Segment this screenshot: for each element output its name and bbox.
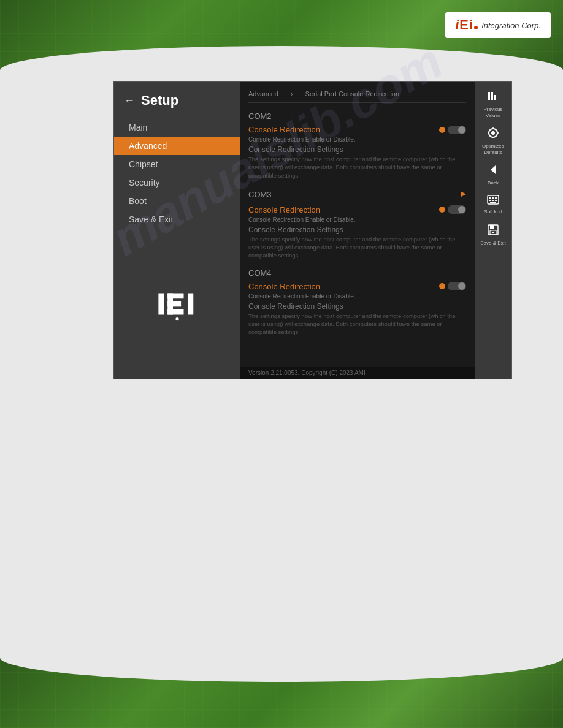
- com4-redir-settings-desc: The settings specify how the host comput…: [248, 312, 466, 336]
- com3-console-redirection-row: Console Redirection: [248, 203, 466, 216]
- back-label: Back: [488, 180, 499, 186]
- com3-arrow-icon: ▶: [461, 189, 466, 198]
- com4-console-desc: Console Redirection Enable or Disable.: [248, 293, 466, 300]
- com3-header: COM3: [248, 186, 272, 202]
- com3-console-desc: Console Redirection Enable or Disable.: [248, 216, 466, 223]
- breadcrumb: Advanced › Serial Port Console Redirecti…: [248, 88, 466, 103]
- com2-toggle-dot: [439, 127, 445, 133]
- svg-point-6: [175, 317, 178, 320]
- soft-kbd-button[interactable]: Soft kbd: [477, 191, 509, 219]
- back-arrow-icon[interactable]: ←: [124, 94, 135, 107]
- svg-rect-0: [158, 293, 164, 314]
- sidebar: ← Setup Main Advanced Chipset Security B…: [114, 82, 240, 379]
- svg-rect-7: [488, 92, 490, 100]
- svg-rect-19: [492, 197, 494, 199]
- bg-bottom-banner: [0, 658, 563, 728]
- com3-toggle[interactable]: [439, 205, 466, 214]
- bios-container: ← Setup Main Advanced Chipset Security B…: [113, 81, 512, 379]
- sidebar-item-boot[interactable]: Boot: [114, 192, 240, 210]
- optimized-defaults-icon: [487, 127, 499, 142]
- sidebar-item-save-exit[interactable]: Save & Exit: [114, 210, 240, 229]
- sidebar-item-main[interactable]: Main: [114, 118, 240, 137]
- content-scroll: Advanced › Serial Port Console Redirecti…: [240, 82, 475, 347]
- com3-toggle-dot: [439, 207, 445, 213]
- save-exit-label: Save & Exit: [480, 240, 505, 246]
- com3-redir-settings-label: Console Redirection Settings: [248, 226, 466, 234]
- logo-area: iEi Integration Corp.: [445, 12, 551, 38]
- back-button[interactable]: Back: [477, 160, 509, 190]
- svg-rect-18: [489, 197, 491, 199]
- com3-section: COM3 ▶ Console Redirection Console Redir…: [248, 184, 466, 260]
- com4-header: COM4: [248, 265, 466, 280]
- logo-brand: iEi: [455, 17, 478, 33]
- svg-rect-9: [494, 95, 496, 100]
- svg-rect-8: [491, 92, 493, 100]
- com3-console-label: Console Redirection: [248, 205, 320, 214]
- svg-rect-26: [490, 225, 494, 229]
- logo-company: Integration Corp.: [481, 21, 541, 30]
- com2-toggle[interactable]: [439, 126, 466, 134]
- breadcrumb-advanced: Advanced: [248, 90, 278, 97]
- com4-toggle[interactable]: [439, 282, 466, 290]
- com3-header-row: COM3 ▶: [248, 184, 466, 203]
- iei-logo-svg: [156, 282, 199, 325]
- previous-values-icon: [487, 90, 499, 105]
- svg-rect-3: [167, 301, 181, 306]
- com2-console-desc: Console Redirection Enable or Disable.: [248, 136, 466, 143]
- svg-rect-5: [188, 293, 193, 314]
- svg-rect-20: [495, 197, 497, 199]
- com2-redir-settings-desc: The settings specify how the host comput…: [248, 155, 466, 180]
- breadcrumb-separator: ›: [291, 90, 293, 97]
- svg-marker-16: [491, 165, 496, 174]
- optimized-defaults-button[interactable]: OptimizedDefaults: [477, 123, 509, 159]
- sidebar-item-advanced[interactable]: Advanced: [114, 137, 240, 155]
- com2-header: COM2: [248, 108, 466, 123]
- com4-console-redirection-row: Console Redirection: [248, 280, 466, 293]
- svg-rect-23: [495, 200, 497, 201]
- save-exit-icon: [487, 224, 499, 239]
- svg-rect-4: [167, 309, 183, 314]
- main-content: Advanced › Serial Port Console Redirecti…: [240, 82, 475, 379]
- soft-kbd-label: Soft kbd: [484, 209, 502, 215]
- com2-toggle-track[interactable]: [448, 126, 466, 134]
- soft-kbd-icon: [487, 195, 499, 208]
- com4-redir-settings-label: Console Redirection Settings: [248, 302, 466, 311]
- svg-rect-22: [492, 200, 494, 201]
- previous-values-button[interactable]: PreviousValues: [477, 86, 509, 122]
- com2-redir-settings-label: Console Redirection Settings: [248, 145, 466, 154]
- right-panel: PreviousValues OptimizedDefaults: [475, 82, 511, 379]
- com3-toggle-thumb: [458, 206, 465, 213]
- svg-rect-24: [490, 202, 496, 203]
- com4-toggle-track[interactable]: [448, 282, 466, 290]
- com2-toggle-thumb: [458, 126, 465, 134]
- bg-top-wave: [0, 46, 563, 70]
- com4-section: COM4 Console Redirection Console Redirec…: [248, 265, 466, 336]
- svg-point-28: [492, 232, 494, 233]
- previous-values-label: PreviousValues: [483, 107, 502, 118]
- version-bar: Version 2.21.0053. Copyright (C) 2023 AM…: [240, 367, 475, 379]
- nav-items: Main Advanced Chipset Security Boot Save…: [114, 118, 240, 229]
- svg-rect-2: [167, 293, 183, 298]
- save-exit-button[interactable]: Save & Exit: [477, 220, 509, 250]
- optimized-defaults-label: OptimizedDefaults: [482, 143, 504, 155]
- sidebar-item-chipset[interactable]: Chipset: [114, 155, 240, 173]
- com4-toggle-thumb: [458, 282, 465, 290]
- setup-title: Setup: [141, 93, 178, 108]
- sidebar-logo: [114, 229, 240, 379]
- breadcrumb-console: Serial Port Console Redirection: [305, 90, 399, 97]
- logo-dot: [474, 26, 478, 29]
- com3-toggle-track[interactable]: [448, 205, 466, 214]
- com4-toggle-dot: [439, 283, 445, 289]
- svg-rect-21: [489, 200, 491, 201]
- com4-console-label: Console Redirection: [248, 282, 320, 291]
- bg-bottom-wave: [0, 658, 563, 682]
- com2-console-redirection-row: Console Redirection: [248, 123, 466, 136]
- version-text: Version 2.21.0053. Copyright (C) 2023 AM…: [248, 370, 366, 376]
- svg-point-11: [491, 131, 495, 135]
- com2-console-label: Console Redirection: [248, 125, 320, 134]
- back-icon: [487, 164, 499, 179]
- setup-header: ← Setup: [114, 82, 240, 118]
- com2-section: COM2 Console Redirection Console Redirec…: [248, 108, 466, 180]
- com3-redir-settings-desc: The settings specify how the host comput…: [248, 235, 466, 260]
- sidebar-item-security[interactable]: Security: [114, 173, 240, 192]
